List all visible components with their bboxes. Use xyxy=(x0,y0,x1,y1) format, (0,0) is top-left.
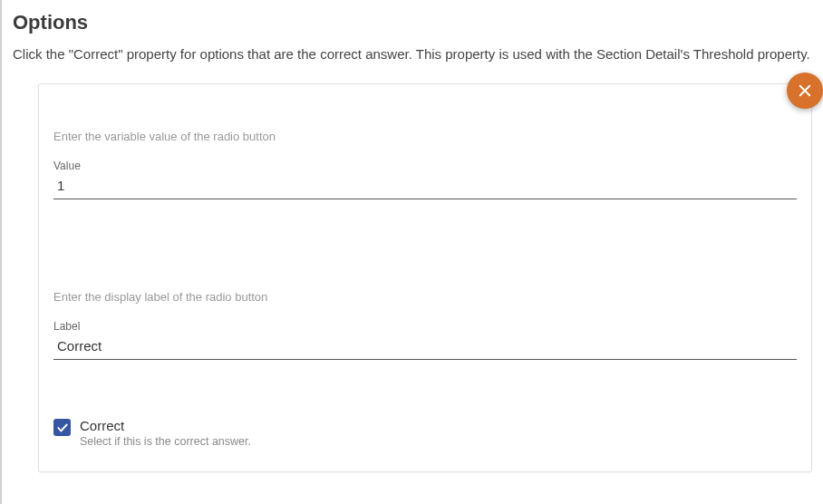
label-hint: Enter the display label of the radio but… xyxy=(53,290,797,304)
correct-checkbox[interactable] xyxy=(53,419,71,436)
label-input[interactable] xyxy=(53,334,797,360)
label-field-group: Enter the display label of the radio but… xyxy=(53,290,797,360)
value-hint: Enter the variable value of the radio bu… xyxy=(53,130,797,143)
value-label: Value xyxy=(53,160,797,172)
correct-row: Correct Select if this is the correct an… xyxy=(53,414,797,455)
close-icon xyxy=(797,82,813,99)
correct-label: Correct xyxy=(80,418,251,433)
close-button[interactable] xyxy=(787,73,823,109)
value-field-group: Enter the variable value of the radio bu… xyxy=(53,130,797,199)
correct-text-block: Correct Select if this is the correct an… xyxy=(80,418,251,448)
value-input[interactable] xyxy=(53,174,797,199)
page-description: Click the "Correct" property for options… xyxy=(7,40,823,83)
label-label: Label xyxy=(53,320,797,333)
option-card-wrap: Enter the variable value of the radio bu… xyxy=(38,83,812,472)
page-title: Options xyxy=(7,0,823,40)
option-card: Enter the variable value of the radio bu… xyxy=(38,83,812,472)
check-icon xyxy=(56,422,69,434)
correct-help: Select if this is the correct answer. xyxy=(80,435,251,448)
